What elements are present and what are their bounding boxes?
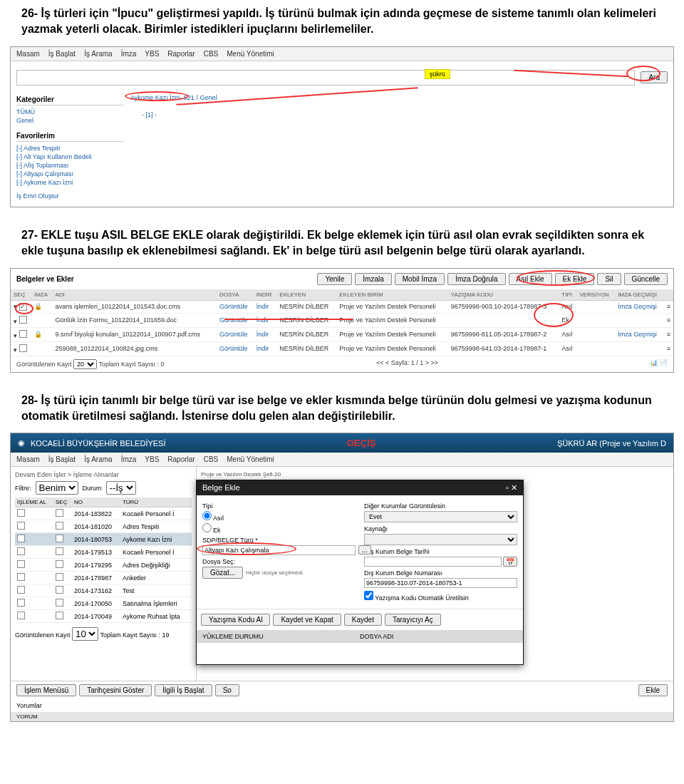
menu-item[interactable]: CBS	[204, 50, 219, 58]
yku-checkbox[interactable]	[364, 591, 373, 600]
menu-item[interactable]: İş Arama	[84, 50, 112, 58]
job-row[interactable]: 2014-183822Kocaeli Personel İ	[15, 507, 192, 520]
asil-radio[interactable]	[202, 511, 212, 520]
page-size-select[interactable]: 20	[73, 359, 97, 369]
indir-link[interactable]: İndir	[254, 327, 277, 341]
goruntule-link[interactable]: Görüntüle	[217, 300, 254, 313]
table-row[interactable]: ▾ 🔒9.sınıf biyoloji konuları_10122014_10…	[11, 327, 673, 341]
isleme-checkbox[interactable]	[17, 573, 25, 581]
imza-gecmisi-link[interactable]	[615, 313, 663, 327]
row-checkbox[interactable]	[19, 316, 27, 324]
isleme-checkbox[interactable]	[17, 612, 25, 619]
sec-checkbox[interactable]	[56, 573, 63, 581]
table-row[interactable]: ▾ 259088_10122014_100824.jpg.cmsGörüntül…	[11, 341, 673, 356]
pager-nav[interactable]: << < Sayfa: 1 / 1 > >>	[376, 359, 438, 369]
diger-kurumlar-select[interactable]: Evet	[364, 511, 517, 522]
sec-checkbox[interactable]	[56, 586, 63, 594]
imza-dogrula-button[interactable]: İmza Doğrula	[447, 273, 505, 285]
sec-checkbox[interactable]	[56, 522, 63, 530]
menu-item[interactable]: CBS	[204, 455, 219, 463]
isleme-checkbox[interactable]	[17, 599, 25, 607]
menu-item[interactable]: İmza	[121, 50, 137, 58]
goruntule-link[interactable]: Görüntüle	[217, 341, 254, 356]
isleme-checkbox[interactable]	[17, 509, 25, 517]
menu-item[interactable]: Menü Yönetimi	[227, 50, 274, 58]
row-checkbox[interactable]	[19, 330, 27, 338]
menu-item[interactable]: Menü Yönetimi	[227, 455, 274, 463]
job-row[interactable]: 2014-180753Aykome Kazı İzni	[15, 533, 192, 546]
imza-gecmisi-link[interactable]: İmza Geçmişi	[615, 300, 663, 313]
job-row[interactable]: 2014-173162Test	[15, 584, 192, 597]
job-row[interactable]: 2014-181020Adres Tespiti	[15, 520, 192, 533]
isleme-checkbox[interactable]	[17, 522, 25, 530]
kategori-tumu[interactable]: TÜMÜ	[16, 108, 123, 116]
kaydet-button[interactable]: Kaydet	[344, 614, 382, 626]
table-row[interactable]: ▾ Günlük İzin Formu_10122014_101659.docG…	[11, 313, 673, 327]
job-row[interactable]: 2014-179295Adres Değişikliği	[15, 559, 192, 572]
job-row[interactable]: 2014-178987Anketler	[15, 572, 192, 584]
menu-item[interactable]: YBS	[145, 455, 159, 463]
sec-checkbox[interactable]	[56, 612, 63, 619]
fav-item[interactable]: [-] Adres Tespiti	[16, 144, 123, 153]
isleme-checkbox[interactable]	[17, 560, 25, 568]
fav-item[interactable]: [-] Alt Yapı Kullanım Bedeli	[16, 153, 123, 161]
table-row[interactable]: ▾ 🔒avans işlemleri_10122014_101543.doc.c…	[11, 300, 673, 313]
menu-item[interactable]: Masam	[16, 455, 40, 463]
guncelle-button[interactable]: Güncelle	[624, 273, 668, 285]
imzala-button[interactable]: İmzala	[355, 273, 391, 285]
row-menu-icon[interactable]: ≡	[664, 341, 673, 356]
ek-radio[interactable]	[202, 523, 212, 532]
sec-checkbox[interactable]	[56, 547, 63, 555]
mobil-imza-button[interactable]: Mobil İmza	[395, 273, 445, 285]
row-checkbox[interactable]	[19, 344, 27, 352]
menu-item[interactable]: Raporlar	[167, 50, 195, 58]
isleme-checkbox[interactable]	[17, 535, 25, 542]
ilgili-is-button[interactable]: İlgili İş Başlat	[155, 684, 212, 696]
row-menu-icon[interactable]: ≡	[664, 300, 673, 313]
fav-item[interactable]: [-] Aykome Kazı İzni	[16, 178, 123, 187]
sec-checkbox[interactable]	[56, 509, 63, 517]
goruntule-link[interactable]: Görüntüle	[217, 313, 254, 327]
yazisma-kodu-al-button[interactable]: Yazışma Kodu Al	[201, 614, 270, 626]
dialog-close-icon[interactable]: ▫ ✕	[506, 483, 517, 492]
menu-item[interactable]: Raporlar	[167, 455, 195, 463]
job-row[interactable]: 2014-179513Kocaeli Personel İ	[15, 546, 192, 559]
is-emri-olustur[interactable]: İş Emri Oluştur	[16, 192, 123, 200]
tarihce-button[interactable]: Tarihçesini Göster	[79, 684, 152, 696]
menu-item[interactable]: İş Başlat	[48, 455, 76, 463]
gozat-button[interactable]: Gözat...	[202, 567, 243, 579]
row-menu-icon[interactable]: ≡	[664, 313, 673, 327]
menu-item[interactable]: Masam	[16, 50, 40, 58]
sdp-browse-button[interactable]: ...	[358, 545, 371, 555]
ekle-button[interactable]: Ekle	[638, 684, 668, 696]
job-row[interactable]: 2014-170049Aykome Ruhsat İpta	[15, 610, 192, 623]
islem-menu-button[interactable]: İşlem Menüsü	[16, 684, 76, 696]
imza-gecmisi-link[interactable]: İmza Geçmişi	[615, 327, 663, 341]
menu-item[interactable]: İmza	[121, 455, 137, 463]
menu-item[interactable]: İş Başlat	[48, 50, 76, 58]
yenile-button[interactable]: Yenile	[317, 273, 352, 285]
indir-link[interactable]: İndir	[254, 341, 277, 356]
kategori-genel[interactable]: Genel	[16, 116, 123, 125]
isleme-checkbox[interactable]	[17, 547, 25, 555]
menu-item[interactable]: İş Arama	[84, 455, 112, 463]
indir-link[interactable]: İndir	[254, 300, 277, 313]
calendar-icon[interactable]: 📅	[503, 557, 517, 567]
fav-item[interactable]: [-] Afiş Toplanması	[16, 161, 123, 170]
kaydet-kapat-button[interactable]: Kaydet ve Kapat	[273, 614, 341, 626]
dkbt-input[interactable]	[364, 557, 502, 567]
menu-item[interactable]: YBS	[145, 50, 159, 58]
so-button[interactable]: So	[215, 684, 239, 696]
dkbn-input[interactable]	[364, 578, 517, 588]
sec-checkbox[interactable]	[56, 599, 63, 607]
sec-checkbox[interactable]	[56, 535, 63, 542]
fav-item[interactable]: [-] Altyapı Çalışması	[16, 170, 123, 178]
isleme-checkbox[interactable]	[17, 586, 25, 594]
sil-button[interactable]: Sil	[597, 273, 621, 285]
imza-gecmisi-link[interactable]	[615, 341, 663, 356]
indir-link[interactable]: İndir	[254, 313, 277, 327]
page-size-select[interactable]: 10	[72, 627, 98, 641]
sec-checkbox[interactable]	[56, 560, 63, 568]
goruntule-link[interactable]: Görüntüle	[217, 327, 254, 341]
durum-select[interactable]: --İş	[106, 481, 136, 495]
